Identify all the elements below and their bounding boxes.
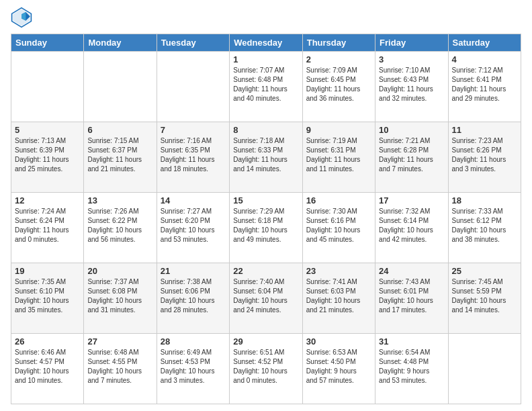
- day-number: 9: [306, 125, 371, 135]
- day-info: Sunrise: 7:27 AM Sunset: 6:20 PM Dayligh…: [161, 207, 226, 244]
- day-number: 12: [15, 195, 80, 205]
- calendar-cell: 22Sunrise: 7:40 AM Sunset: 6:04 PM Dayli…: [230, 263, 302, 334]
- calendar-cell: 24Sunrise: 7:43 AM Sunset: 6:01 PM Dayli…: [375, 263, 448, 334]
- day-info: Sunrise: 7:10 AM Sunset: 6:43 PM Dayligh…: [379, 66, 444, 103]
- day-info: Sunrise: 7:12 AM Sunset: 6:41 PM Dayligh…: [452, 66, 517, 103]
- day-info: Sunrise: 7:23 AM Sunset: 6:26 PM Dayligh…: [452, 136, 517, 174]
- day-info: Sunrise: 7:30 AM Sunset: 6:16 PM Dayligh…: [306, 207, 371, 244]
- logo: [11, 7, 35, 28]
- day-number: 7: [161, 125, 226, 135]
- day-info: Sunrise: 7:35 AM Sunset: 6:10 PM Dayligh…: [15, 277, 80, 315]
- day-info: Sunrise: 7:21 AM Sunset: 6:28 PM Dayligh…: [379, 136, 444, 174]
- day-number: 6: [87, 125, 152, 135]
- calendar-header-tuesday: Tuesday: [157, 34, 229, 52]
- day-info: Sunrise: 7:45 AM Sunset: 5:59 PM Dayligh…: [452, 277, 517, 315]
- calendar-header-wednesday: Wednesday: [230, 34, 302, 52]
- day-number: 17: [379, 195, 444, 205]
- calendar-header-thursday: Thursday: [302, 34, 375, 52]
- calendar-week-row: 12Sunrise: 7:24 AM Sunset: 6:24 PM Dayli…: [11, 193, 521, 263]
- day-number: 18: [452, 195, 517, 205]
- day-number: 22: [233, 266, 298, 276]
- day-number: 23: [306, 266, 371, 276]
- calendar-cell: 15Sunrise: 7:29 AM Sunset: 6:18 PM Dayli…: [230, 193, 302, 263]
- day-info: Sunrise: 7:37 AM Sunset: 6:08 PM Dayligh…: [87, 277, 152, 315]
- day-number: 5: [15, 125, 80, 135]
- day-info: Sunrise: 7:33 AM Sunset: 6:12 PM Dayligh…: [452, 207, 517, 244]
- calendar-header-saturday: Saturday: [448, 34, 521, 52]
- calendar-cell: 20Sunrise: 7:37 AM Sunset: 6:08 PM Dayli…: [84, 263, 157, 334]
- calendar-cell: 8Sunrise: 7:18 AM Sunset: 6:33 PM Daylig…: [230, 122, 302, 193]
- calendar-cell: 10Sunrise: 7:21 AM Sunset: 6:28 PM Dayli…: [375, 122, 448, 193]
- day-info: Sunrise: 7:09 AM Sunset: 6:45 PM Dayligh…: [306, 66, 371, 103]
- day-number: 2: [306, 54, 371, 64]
- calendar-cell: 27Sunrise: 6:48 AM Sunset: 4:55 PM Dayli…: [84, 334, 157, 404]
- calendar-cell: [84, 52, 157, 122]
- calendar-cell: [448, 334, 521, 404]
- day-info: Sunrise: 7:40 AM Sunset: 6:04 PM Dayligh…: [233, 277, 298, 315]
- day-number: 8: [233, 125, 298, 135]
- calendar-cell: 23Sunrise: 7:41 AM Sunset: 6:03 PM Dayli…: [302, 263, 375, 334]
- day-info: Sunrise: 7:32 AM Sunset: 6:14 PM Dayligh…: [379, 207, 444, 244]
- calendar-cell: 17Sunrise: 7:32 AM Sunset: 6:14 PM Dayli…: [375, 193, 448, 263]
- calendar-week-row: 19Sunrise: 7:35 AM Sunset: 6:10 PM Dayli…: [11, 263, 521, 334]
- day-info: Sunrise: 7:07 AM Sunset: 6:48 PM Dayligh…: [233, 66, 298, 103]
- calendar-cell: 18Sunrise: 7:33 AM Sunset: 6:12 PM Dayli…: [448, 193, 521, 263]
- calendar-cell: [11, 52, 84, 122]
- calendar-cell: 2Sunrise: 7:09 AM Sunset: 6:45 PM Daylig…: [302, 52, 375, 122]
- day-number: 26: [15, 336, 80, 347]
- day-number: 31: [379, 336, 444, 347]
- day-number: 4: [452, 54, 517, 64]
- calendar-cell: 31Sunrise: 6:54 AM Sunset: 4:48 PM Dayli…: [375, 334, 448, 404]
- day-info: Sunrise: 6:54 AM Sunset: 4:48 PM Dayligh…: [379, 348, 444, 385]
- calendar-header-friday: Friday: [375, 34, 448, 52]
- day-info: Sunrise: 7:13 AM Sunset: 6:39 PM Dayligh…: [15, 136, 80, 174]
- calendar-header-sunday: Sunday: [11, 34, 84, 52]
- calendar-cell: 19Sunrise: 7:35 AM Sunset: 6:10 PM Dayli…: [11, 263, 84, 334]
- calendar-header-row: SundayMondayTuesdayWednesdayThursdayFrid…: [11, 34, 521, 52]
- calendar-cell: 30Sunrise: 6:53 AM Sunset: 4:50 PM Dayli…: [302, 334, 375, 404]
- day-info: Sunrise: 6:51 AM Sunset: 4:52 PM Dayligh…: [233, 348, 298, 385]
- calendar-header-monday: Monday: [84, 34, 157, 52]
- day-info: Sunrise: 7:19 AM Sunset: 6:31 PM Dayligh…: [306, 136, 371, 174]
- calendar-cell: 5Sunrise: 7:13 AM Sunset: 6:39 PM Daylig…: [11, 122, 84, 193]
- header: [11, 7, 521, 28]
- day-info: Sunrise: 7:41 AM Sunset: 6:03 PM Dayligh…: [306, 277, 371, 315]
- day-number: 16: [306, 195, 371, 205]
- day-info: Sunrise: 7:16 AM Sunset: 6:35 PM Dayligh…: [161, 136, 226, 174]
- calendar-cell: 13Sunrise: 7:26 AM Sunset: 6:22 PM Dayli…: [84, 193, 157, 263]
- calendar-cell: 9Sunrise: 7:19 AM Sunset: 6:31 PM Daylig…: [302, 122, 375, 193]
- calendar-cell: 16Sunrise: 7:30 AM Sunset: 6:16 PM Dayli…: [302, 193, 375, 263]
- day-number: 29: [233, 336, 298, 347]
- calendar-cell: 29Sunrise: 6:51 AM Sunset: 4:52 PM Dayli…: [230, 334, 302, 404]
- calendar-cell: 25Sunrise: 7:45 AM Sunset: 5:59 PM Dayli…: [448, 263, 521, 334]
- day-info: Sunrise: 6:48 AM Sunset: 4:55 PM Dayligh…: [87, 348, 152, 385]
- day-number: 10: [379, 125, 444, 135]
- day-number: 28: [161, 336, 226, 347]
- day-info: Sunrise: 7:26 AM Sunset: 6:22 PM Dayligh…: [87, 207, 152, 244]
- day-number: 20: [87, 266, 152, 276]
- day-info: Sunrise: 7:15 AM Sunset: 6:37 PM Dayligh…: [87, 136, 152, 174]
- day-number: 30: [306, 336, 371, 347]
- calendar-cell: 12Sunrise: 7:24 AM Sunset: 6:24 PM Dayli…: [11, 193, 84, 263]
- calendar-cell: 11Sunrise: 7:23 AM Sunset: 6:26 PM Dayli…: [448, 122, 521, 193]
- calendar-cell: 1Sunrise: 7:07 AM Sunset: 6:48 PM Daylig…: [230, 52, 302, 122]
- day-number: 3: [379, 54, 444, 64]
- calendar-cell: 3Sunrise: 7:10 AM Sunset: 6:43 PM Daylig…: [375, 52, 448, 122]
- day-number: 21: [161, 266, 226, 276]
- calendar-cell: 14Sunrise: 7:27 AM Sunset: 6:20 PM Dayli…: [157, 193, 229, 263]
- calendar-table: SundayMondayTuesdayWednesdayThursdayFrid…: [11, 34, 521, 404]
- calendar-week-row: 1Sunrise: 7:07 AM Sunset: 6:48 PM Daylig…: [11, 52, 521, 122]
- logo-icon: [11, 7, 32, 28]
- day-info: Sunrise: 7:43 AM Sunset: 6:01 PM Dayligh…: [379, 277, 444, 315]
- day-info: Sunrise: 7:38 AM Sunset: 6:06 PM Dayligh…: [161, 277, 226, 315]
- day-info: Sunrise: 7:24 AM Sunset: 6:24 PM Dayligh…: [15, 207, 80, 244]
- day-number: 25: [452, 266, 517, 276]
- calendar-cell: 6Sunrise: 7:15 AM Sunset: 6:37 PM Daylig…: [84, 122, 157, 193]
- page: SundayMondayTuesdayWednesdayThursdayFrid…: [0, 0, 532, 411]
- day-info: Sunrise: 7:29 AM Sunset: 6:18 PM Dayligh…: [233, 207, 298, 244]
- calendar-cell: 26Sunrise: 6:46 AM Sunset: 4:57 PM Dayli…: [11, 334, 84, 404]
- calendar-cell: 7Sunrise: 7:16 AM Sunset: 6:35 PM Daylig…: [157, 122, 229, 193]
- calendar-cell: 4Sunrise: 7:12 AM Sunset: 6:41 PM Daylig…: [448, 52, 521, 122]
- day-info: Sunrise: 6:46 AM Sunset: 4:57 PM Dayligh…: [15, 348, 80, 385]
- day-number: 27: [87, 336, 152, 347]
